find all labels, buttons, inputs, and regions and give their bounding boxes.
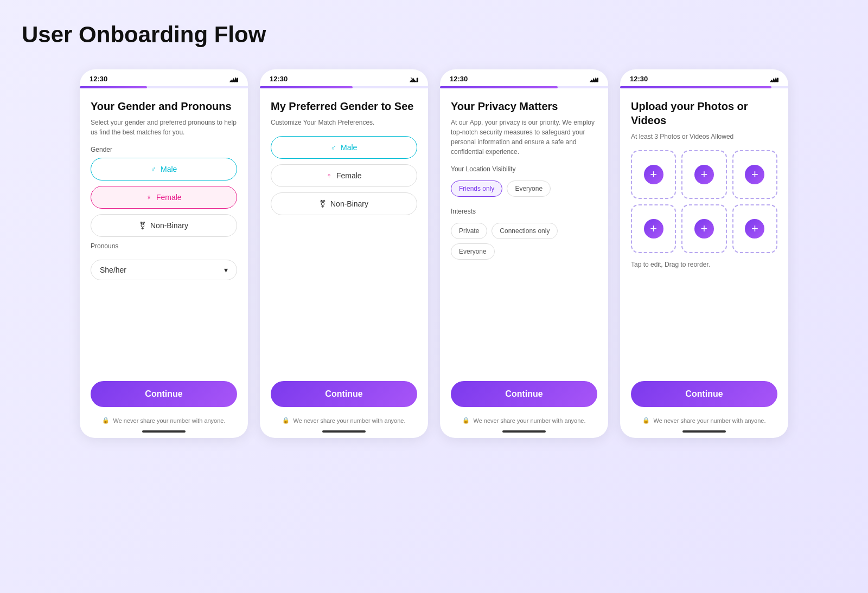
screen-preferred-gender: 12:30 My Preferred Gender to See Customi… — [260, 69, 428, 438]
gender-female-btn[interactable]: ♀ Female — [91, 186, 237, 209]
chip-everyone-interests[interactable]: Everyone — [451, 243, 495, 260]
status-bar-1: 12:30 — [80, 69, 248, 85]
screen3-title: Your Privacy Matters — [451, 99, 597, 113]
screen4-subtitle: At least 3 Photos or Videos Allowed — [631, 132, 777, 141]
privacy-note-3: 🔒 We never share your number with anyone… — [440, 412, 608, 430]
male-icon: ♂ — [151, 165, 157, 173]
screen-photos: 12:30 Upload your Photos or Videos At le… — [620, 69, 788, 438]
drag-hint: Tap to edit, Drag to reorder. — [631, 260, 777, 269]
time-2: 12:30 — [270, 75, 288, 83]
pronouns-label: Pronouns — [91, 242, 237, 250]
lock-icon-2: 🔒 — [282, 417, 290, 424]
gender-label: Gender — [91, 146, 237, 153]
add-icon-6: + — [745, 219, 764, 239]
pref-female-btn[interactable]: ♀ Female — [271, 164, 417, 187]
continue-btn-2[interactable]: Continue — [271, 381, 417, 407]
pref-female-label: Female — [336, 171, 362, 180]
add-icon-5: + — [694, 219, 714, 239]
gender-male-btn[interactable]: ♂ Male — [91, 158, 237, 181]
svg-rect-15 — [777, 78, 778, 82]
photo-cell-2[interactable]: + — [681, 150, 726, 199]
gender-nonbinary-btn[interactable]: ⚧ Non-Binary — [91, 214, 237, 237]
female-label: Female — [156, 193, 182, 202]
nonbinary-label: Non-Binary — [150, 221, 188, 230]
lock-icon-4: 🔒 — [642, 417, 650, 424]
status-icons-2 — [410, 76, 418, 82]
screen2-subtitle: Customize Your Match Preferences. — [271, 118, 417, 127]
add-icon-3: + — [745, 165, 764, 184]
pronouns-value: She/her — [100, 266, 126, 274]
photo-cell-5[interactable]: + — [681, 204, 726, 253]
status-icons-4 — [770, 76, 778, 82]
svg-rect-7 — [417, 78, 418, 82]
home-indicator-2 — [322, 430, 366, 433]
home-indicator-4 — [682, 430, 726, 433]
photo-cell-1[interactable]: + — [631, 150, 676, 199]
privacy-note-4: 🔒 We never share your number with anyone… — [620, 412, 788, 430]
screen1-title: Your Gender and Pronouns — [91, 99, 237, 113]
add-icon-1: + — [644, 165, 663, 184]
location-chips: Friends only Everyone — [451, 181, 597, 197]
male-label: Male — [161, 165, 177, 173]
pref-nonbinary-icon: ⚧ — [320, 199, 326, 208]
status-bar-4: 12:30 — [620, 69, 788, 85]
chip-private[interactable]: Private — [451, 223, 487, 239]
add-icon-2: + — [694, 165, 714, 184]
interests-chips: Private Connections only Everyone — [451, 223, 597, 260]
add-icon-4: + — [644, 219, 663, 239]
female-icon: ♀ — [146, 193, 152, 202]
pronouns-dropdown[interactable]: She/her ▾ — [91, 260, 237, 280]
time-4: 12:30 — [630, 75, 648, 83]
photo-cell-3[interactable]: + — [732, 150, 777, 199]
photo-cell-6[interactable]: + — [732, 204, 777, 253]
lock-icon-3: 🔒 — [462, 417, 470, 424]
pref-female-icon: ♀ — [326, 171, 332, 180]
pref-male-btn[interactable]: ♂ Male — [271, 136, 417, 159]
status-bar-3: 12:30 — [440, 69, 608, 85]
svg-rect-11 — [597, 78, 598, 82]
privacy-note-2: 🔒 We never share your number with anyone… — [260, 412, 428, 430]
svg-rect-3 — [237, 78, 238, 82]
pref-male-icon: ♂ — [331, 143, 337, 152]
page-title: User Onboarding Flow — [22, 22, 846, 48]
home-indicator-1 — [142, 430, 186, 433]
screen-privacy: 12:30 Your Privacy Matters At our App, y… — [440, 69, 608, 438]
location-label: Your Location Visibility — [451, 165, 597, 173]
status-icons-1 — [229, 76, 238, 82]
time-3: 12:30 — [450, 75, 468, 83]
chip-connections-only[interactable]: Connections only — [492, 223, 558, 239]
continue-btn-3[interactable]: Continue — [451, 381, 597, 407]
interests-label: Interests — [451, 208, 597, 215]
pref-nonbinary-label: Non-Binary — [330, 199, 368, 208]
screen-gender: 12:30 Your Gender and Pronouns Select yo… — [80, 69, 248, 438]
pref-nonbinary-btn[interactable]: ⚧ Non-Binary — [271, 192, 417, 215]
screen1-subtitle: Select your gender and preferred pronoun… — [91, 118, 237, 137]
chip-everyone-location[interactable]: Everyone — [507, 181, 551, 197]
screen4-title: Upload your Photos or Videos — [631, 99, 777, 127]
privacy-note-1: 🔒 We never share your number with anyone… — [80, 412, 248, 430]
home-indicator-3 — [502, 430, 546, 433]
continue-btn-1[interactable]: Continue — [91, 381, 237, 407]
screens-row: 12:30 Your Gender and Pronouns Select yo… — [22, 69, 846, 438]
screen3-subtitle: At our App, your privacy is our priority… — [451, 118, 597, 157]
time-1: 12:30 — [90, 75, 107, 83]
dropdown-chevron-icon: ▾ — [224, 266, 228, 274]
pref-male-label: Male — [341, 143, 357, 152]
continue-btn-4[interactable]: Continue — [631, 381, 777, 407]
photo-cell-4[interactable]: + — [631, 204, 676, 253]
screen2-title: My Preferred Gender to See — [271, 99, 417, 113]
lock-icon-1: 🔒 — [102, 417, 110, 424]
status-bar-2: 12:30 — [260, 69, 428, 85]
photo-grid: + + + + + + — [631, 150, 777, 253]
nonbinary-icon: ⚧ — [139, 221, 146, 230]
status-icons-3 — [590, 76, 598, 82]
chip-friends-only[interactable]: Friends only — [451, 181, 502, 197]
